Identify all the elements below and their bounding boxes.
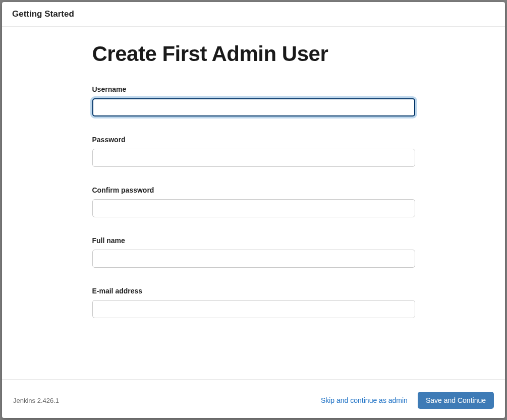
page-title: Create First Admin User [92, 42, 415, 66]
form-group-confirm-password: Confirm password [92, 186, 415, 217]
form-group-password: Password [92, 136, 415, 167]
email-label: E-mail address [92, 287, 415, 295]
dialog-footer: Jenkins 2.426.1 Skip and continue as adm… [2, 379, 505, 418]
save-and-continue-button[interactable]: Save and Continue [418, 392, 494, 409]
version-text: Jenkins 2.426.1 [13, 397, 59, 404]
form-container: Create First Admin User Username Passwor… [92, 42, 415, 318]
confirm-password-input[interactable] [92, 199, 415, 217]
confirm-password-label: Confirm password [92, 186, 415, 194]
form-group-full-name: Full name [92, 236, 415, 268]
dialog-header-title: Getting Started [2, 2, 505, 27]
form-group-username: Username [92, 85, 415, 116]
username-input[interactable] [92, 98, 415, 116]
password-label: Password [92, 136, 415, 144]
username-label: Username [92, 85, 415, 93]
password-input[interactable] [92, 149, 415, 167]
dialog-body: Create First Admin User Username Passwor… [2, 27, 505, 379]
setup-wizard-dialog: Getting Started Create First Admin User … [2, 2, 505, 418]
form-group-email: E-mail address [92, 287, 415, 318]
full-name-label: Full name [92, 236, 415, 245]
skip-link[interactable]: Skip and continue as admin [321, 396, 408, 404]
email-input[interactable] [92, 300, 415, 318]
full-name-input[interactable] [92, 250, 415, 268]
footer-actions: Skip and continue as admin Save and Cont… [321, 392, 494, 409]
